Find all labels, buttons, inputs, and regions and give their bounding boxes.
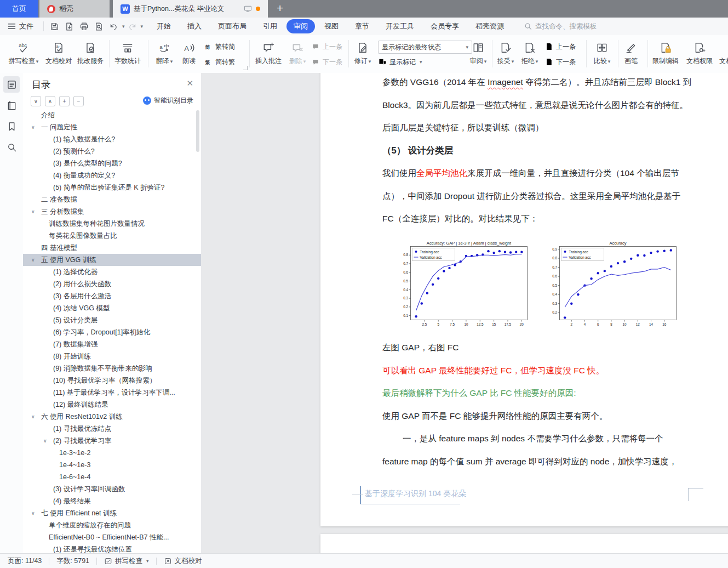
chapters-panel-button[interactable] xyxy=(3,97,20,113)
markup-state-select[interactable]: 显示标记的最终状态▾ xyxy=(378,41,472,54)
expand-all-button[interactable]: ∧ xyxy=(45,96,55,106)
toc-item[interactable]: (9) 消除数据集不平衡带来的影响 xyxy=(23,362,201,374)
prev-change-button[interactable]: 上一条 xyxy=(544,41,576,53)
toc-item[interactable]: ∨六 使用 ResNet101v2 训练 xyxy=(23,411,201,423)
restrict-editing-button[interactable]: 限制编辑 xyxy=(650,37,681,70)
next-change-button[interactable]: 下一条 xyxy=(544,56,576,68)
toc-item[interactable]: (2) 用什么损失函数 xyxy=(23,278,201,290)
toc-item[interactable]: (3) 是什么类型的问题? xyxy=(23,157,201,169)
word-count-button[interactable]: 字数统计 xyxy=(111,37,145,70)
menu-tab-章节[interactable]: 章节 xyxy=(348,19,376,33)
doc-certify-button[interactable]: 文档认证 xyxy=(716,37,728,70)
menu-tab-稻壳资源[interactable]: 稻壳资源 xyxy=(468,19,511,33)
chevron-down-icon[interactable]: ∨ xyxy=(43,435,47,447)
toc-item[interactable]: ∨五 使用 VGG 训练 xyxy=(23,254,201,266)
insert-comment-button[interactable]: 插入批注 xyxy=(252,37,285,70)
menu-tab-开始[interactable]: 开始 xyxy=(150,19,178,33)
prev-comment-button[interactable]: 上一条 xyxy=(311,41,342,53)
toc-item[interactable]: ∨(2) 寻找最优学习率 xyxy=(23,435,201,447)
toc-item[interactable]: ∨三 分析数据集 xyxy=(23,206,201,218)
docer-tab[interactable]: 稻壳 xyxy=(39,0,110,18)
toc-item[interactable]: 介绍 xyxy=(23,109,201,121)
menu-tab-审阅[interactable]: 审阅 xyxy=(286,19,315,33)
toc-item[interactable]: (5) 设计分类层 xyxy=(23,314,201,326)
home-tab[interactable]: 首页 xyxy=(0,0,38,18)
traditional-to-simplified-button[interactable]: 简 繁转简 xyxy=(204,41,235,53)
zoom-out-button[interactable]: − xyxy=(73,96,84,106)
spellcheck-toggle[interactable]: 拼写检查▾ xyxy=(104,556,149,566)
toc-item[interactable]: (1) 选择优化器 xyxy=(23,266,201,278)
zoom-in-button[interactable]: + xyxy=(59,96,70,106)
pen-button[interactable]: 画笔 xyxy=(620,37,642,70)
toc-item[interactable]: (2) 预测什么? xyxy=(23,145,201,157)
document-tab[interactable]: W 基于Python...类花朵 毕业论文 xyxy=(113,0,268,18)
compare-button[interactable]: 比较▾ xyxy=(589,37,615,70)
menu-tab-开发工具[interactable]: 开发工具 xyxy=(379,19,421,33)
menu-tab-视图[interactable]: 视图 xyxy=(317,19,346,33)
toc-item[interactable]: ∨七 使用 Efficient net 训练 xyxy=(23,507,201,519)
toc-item[interactable]: 每类花朵图像数量占比 xyxy=(23,230,201,242)
print-preview-button[interactable] xyxy=(91,20,106,33)
toc-item[interactable]: (1) 寻找最优冻结点 xyxy=(23,423,201,435)
toc-item[interactable]: (3) 设计学习率回调函数 xyxy=(23,483,201,495)
undo-button[interactable] xyxy=(106,20,121,33)
toc-item[interactable]: 训练数据集每种花图片数量情况 xyxy=(23,218,201,230)
toc-item[interactable]: (10) 寻找最优学习率（网格搜索） xyxy=(23,374,201,387)
toc-item[interactable]: (1) 还是寻找最优冻结位置 xyxy=(23,543,201,554)
redo-button[interactable] xyxy=(125,20,140,33)
toc-panel-button[interactable] xyxy=(3,76,20,93)
spellcheck-button[interactable]: abc 拼写检查▾ xyxy=(5,37,42,70)
chevron-down-icon[interactable]: ∨ xyxy=(31,121,35,133)
chevron-down-icon[interactable]: ∨ xyxy=(31,254,35,266)
toc-item[interactable]: 四 基准模型 xyxy=(23,242,201,254)
file-menu-button[interactable]: 文件 xyxy=(0,21,40,31)
new-tab-button[interactable]: + xyxy=(268,0,292,18)
toc-item[interactable]: ∨一 问题定性 xyxy=(23,121,201,133)
review-pane-button[interactable]: 审阅▾ xyxy=(467,37,490,70)
grading-service-button[interactable]: 批改服务 xyxy=(74,37,106,70)
doc-permission-button[interactable]: 文档权限 xyxy=(684,37,715,70)
toc-item[interactable]: (8) 开始训练 xyxy=(23,350,201,362)
translate-button[interactable]: a中 翻译▾ xyxy=(151,37,177,70)
simplified-to-traditional-button[interactable]: 繁 简转繁 xyxy=(204,56,235,68)
toc-item[interactable]: (4) 最终结果 xyxy=(23,495,201,507)
track-changes-button[interactable]: 修订▾ xyxy=(351,37,375,70)
toc-item[interactable]: (1) 输入数据是什么? xyxy=(23,133,201,145)
menu-tab-插入[interactable]: 插入 xyxy=(180,19,209,33)
command-search[interactable]: 查找命令、搜索模板 xyxy=(524,22,597,31)
toc-item[interactable]: (4) 衡量成功的定义? xyxy=(23,169,201,181)
reject-change-button[interactable]: 拒绝▾ xyxy=(518,37,541,70)
chevron-down-icon[interactable]: ∨ xyxy=(31,507,35,519)
chevron-down-icon[interactable]: ∨ xyxy=(31,411,35,423)
menu-tab-引用[interactable]: 引用 xyxy=(256,19,284,33)
toc-item[interactable]: 1e-6~1e-4 xyxy=(23,471,201,483)
toc-item[interactable]: 1e-3~1e-2 xyxy=(23,447,201,459)
toc-scrollbar[interactable] xyxy=(196,110,199,152)
print-button[interactable] xyxy=(77,20,91,33)
document-page[interactable]: 参数的 VGG16（2014 年在 Imagenet 夺得第二名）。并且冻结前三… xyxy=(320,73,728,526)
next-comment-button[interactable]: 下一条 xyxy=(311,56,342,68)
toolbar-more-caret[interactable]: ▾ xyxy=(141,24,144,29)
toc-item[interactable]: (7) 数据集增强 xyxy=(23,338,201,350)
dialog-launcher-icon[interactable] xyxy=(243,66,248,70)
search-panel-button[interactable] xyxy=(3,139,20,155)
toc-item[interactable]: 1e-4~1e-3 xyxy=(23,459,201,471)
toc-item[interactable]: 单个维度的缩放存在的问题 xyxy=(23,519,201,531)
toc-item[interactable]: (12) 最终训练结果 xyxy=(23,399,201,411)
doc-proofread-button[interactable]: a- 文档校对 xyxy=(43,37,74,70)
show-markup-button[interactable]: 显示标记▾ xyxy=(378,56,422,68)
doc-proofread-status[interactable]: 文档校对 xyxy=(164,556,202,566)
export-button[interactable] xyxy=(62,20,77,33)
bookmark-panel-button[interactable] xyxy=(3,118,20,134)
menu-tab-页面布局[interactable]: 页面布局 xyxy=(211,19,254,33)
accept-change-button[interactable]: 接受▾ xyxy=(494,37,517,70)
toc-item[interactable]: 二 准备数据 xyxy=(23,194,201,206)
toc-item[interactable]: (11) 基于最优学习率，设计学习率下调... xyxy=(23,387,201,399)
delete-comment-button[interactable]: 删除▾ xyxy=(286,37,309,70)
toc-item[interactable]: EfficientNet-B0 ~ EfficientNet-B7 性能... xyxy=(23,531,201,543)
smart-toc-button[interactable]: 智能识别目录 xyxy=(143,96,193,105)
menu-tab-会员专享[interactable]: 会员专享 xyxy=(423,19,466,33)
toc-item[interactable]: (5) 简单的留出验证集还是 K 折验证? xyxy=(23,181,201,194)
close-icon[interactable]: ✕ xyxy=(186,78,193,88)
next-document-page[interactable] xyxy=(320,534,728,554)
